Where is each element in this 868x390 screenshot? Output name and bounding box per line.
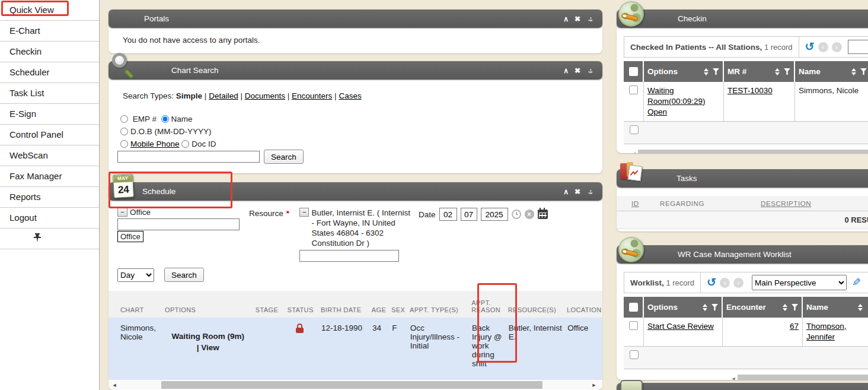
office-collapse-button[interactable]: −	[117, 208, 127, 217]
search-type-encounters[interactable]: Encounters	[292, 91, 332, 100]
filter-icon[interactable]	[860, 68, 867, 75]
search-type-simple[interactable]: Simple	[176, 91, 202, 100]
sidebar-item-reports[interactable]: Reports	[0, 187, 99, 208]
mr-number-link[interactable]: TEST-10030	[727, 86, 773, 95]
prev-page-icon[interactable]: ‹	[720, 278, 730, 288]
scroll-left-icon[interactable]: ◂	[729, 375, 738, 380]
resource-input[interactable]	[299, 250, 399, 262]
open-link[interactable]: Open	[647, 107, 667, 116]
radio-docid-input[interactable]	[181, 140, 189, 148]
portals-message: You do not have access to any portals.	[108, 28, 602, 45]
radio-dob[interactable]: D.O.B (MM-DD-YYYY)	[120, 127, 212, 136]
prev-page-icon[interactable]: ‹	[818, 42, 828, 52]
clock-icon[interactable]	[512, 210, 521, 219]
tasks-table-header: ID REGARDING DESCRIPTION	[617, 196, 868, 211]
filter-icon[interactable]	[784, 68, 790, 75]
date-picker-icon[interactable]	[538, 210, 548, 219]
clear-date-icon[interactable]: ×	[525, 210, 534, 219]
radio-name-input[interactable]	[161, 115, 169, 123]
sort-icon[interactable]	[851, 68, 856, 75]
sort-icon[interactable]	[775, 68, 780, 75]
scrollbar-thumb[interactable]	[738, 375, 868, 380]
sidebar-item-e-chart[interactable]: E-Chart	[0, 21, 99, 42]
scroll-left-icon[interactable]: ◂	[108, 381, 120, 389]
move-icon[interactable]: ↔↕	[586, 15, 595, 23]
collapse-icon[interactable]: ∧	[563, 66, 569, 75]
search-type-documents[interactable]: Documents	[245, 91, 285, 100]
radio-name[interactable]: Name	[161, 115, 193, 123]
row-checkbox[interactable]	[630, 125, 639, 134]
move-icon[interactable]: ↔↕	[586, 188, 595, 196]
sort-icon[interactable]	[703, 304, 707, 311]
chart-search-input[interactable]	[117, 151, 260, 163]
sidebar-item-webscan[interactable]: WebScan	[0, 145, 99, 166]
chart-search-button[interactable]: Search	[264, 150, 304, 164]
row-checkbox[interactable]	[629, 321, 638, 330]
date-day-input[interactable]	[461, 208, 477, 221]
appointment-row[interactable]: Simmons, Nicole Waiting Room (9m) | View…	[108, 318, 602, 380]
radio-doc-id[interactable]: Doc ID	[181, 139, 216, 148]
sort-icon[interactable]	[783, 304, 787, 311]
search-type-cases[interactable]: Cases	[339, 91, 361, 100]
checkin-horizontal-scrollbar[interactable]: ◂	[630, 149, 868, 153]
radio-mobile-phone[interactable]: Mobile Phone	[120, 139, 180, 148]
row-checkbox[interactable]	[629, 85, 638, 94]
sidebar-pin-toggle[interactable]	[0, 229, 99, 249]
collapse-icon[interactable]: ∧	[563, 188, 569, 196]
encounter-link[interactable]: 67	[790, 322, 799, 331]
sidebar-item-control-panel[interactable]: Control Panel	[0, 125, 99, 145]
checkin-page-input[interactable]	[848, 40, 868, 54]
view-mode-select[interactable]: Day	[117, 268, 154, 282]
row-checkbox[interactable]	[630, 350, 639, 359]
filter-icon[interactable]	[711, 304, 718, 310]
view-link[interactable]: | View	[197, 343, 219, 352]
filter-icon[interactable]	[713, 68, 719, 75]
close-icon[interactable]: ✖	[575, 188, 580, 196]
perspective-select[interactable]: Main Perspective	[752, 275, 847, 290]
date-month-input[interactable]	[439, 208, 457, 221]
sort-icon[interactable]	[704, 68, 709, 75]
radio-emp-input[interactable]	[120, 115, 128, 123]
edit-pencil-icon[interactable]: ✎	[852, 276, 861, 289]
worklist-horizontal-scrollbar[interactable]: ◂	[729, 374, 868, 380]
sidebar-item-quick-view[interactable]: Quick View	[0, 0, 99, 21]
collapse-icon[interactable]: ∧	[563, 15, 569, 23]
refresh-icon[interactable]: ↺	[707, 277, 716, 288]
col-id[interactable]: ID	[631, 200, 660, 207]
schedule-horizontal-scrollbar[interactable]: ◂ ▸	[108, 381, 602, 389]
resource-collapse-button[interactable]: −	[299, 208, 309, 217]
sort-icon[interactable]	[858, 304, 863, 311]
move-icon[interactable]: ↔↕	[586, 66, 595, 75]
scrollbar-thumb[interactable]	[161, 381, 542, 389]
waiting-room-link[interactable]: Waiting Room(00:09:29)	[647, 86, 706, 106]
close-icon[interactable]: ✖	[575, 15, 580, 23]
worklist-row[interactable]: Start Case Review 67 Thompson, Jennifer	[624, 318, 868, 347]
date-year-input[interactable]	[481, 208, 508, 221]
select-all-checkbox[interactable]	[629, 67, 638, 76]
select-all-checkbox[interactable]	[629, 303, 638, 312]
col-description[interactable]: DESCRIPTION	[761, 200, 811, 207]
office-input[interactable]	[117, 218, 240, 230]
checkin-row[interactable]: Waiting Room(00:09:29) Open TEST-10030 S…	[624, 82, 868, 122]
radio-emp[interactable]: EMP #	[120, 115, 157, 123]
filter-icon[interactable]	[792, 304, 798, 310]
search-type-detailed[interactable]: Detailed	[209, 91, 238, 100]
next-page-icon[interactable]: ›	[733, 278, 743, 288]
radio-mobile-input[interactable]	[120, 140, 128, 148]
sidebar-item-checkin[interactable]: Checkin	[0, 42, 99, 62]
sidebar-item-scheduler[interactable]: Scheduler	[0, 62, 99, 83]
start-case-review-link[interactable]: Start Case Review	[647, 322, 714, 331]
sidebar-item-task-list[interactable]: Task List	[0, 83, 99, 104]
sidebar-item-e-sign[interactable]: E-Sign	[0, 104, 99, 125]
refresh-icon[interactable]: ↺	[805, 42, 815, 52]
scroll-left-icon[interactable]: ◂	[630, 150, 638, 153]
scroll-right-icon[interactable]: ▸	[588, 381, 600, 389]
close-icon[interactable]: ✖	[575, 66, 580, 75]
sidebar-item-fax-manager[interactable]: Fax Manager	[0, 166, 99, 187]
sidebar-item-logout[interactable]: Logout	[0, 208, 99, 229]
schedule-search-button[interactable]: Search	[164, 268, 204, 282]
worklist-patient-link[interactable]: Thompson, Jennifer	[806, 322, 847, 341]
scrollbar-thumb[interactable]	[638, 150, 868, 153]
next-page-icon[interactable]: ›	[832, 42, 842, 52]
radio-dob-input[interactable]	[120, 128, 128, 135]
